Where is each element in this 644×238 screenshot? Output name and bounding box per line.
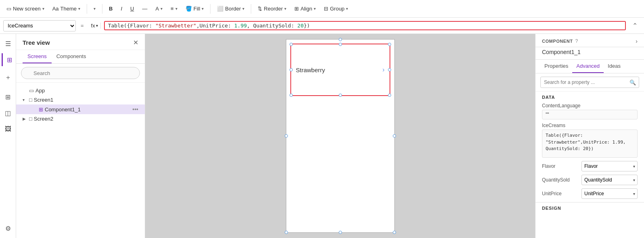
resize-handle-middle-left[interactable]	[290, 68, 293, 71]
main-area: ☰ ⊞ ＋ ⊞ ◫ 🖼 ⚙ Tree view ✕ Screens Compon…	[0, 34, 644, 238]
bold-icon: B	[109, 6, 113, 12]
font-icon: A	[155, 6, 159, 12]
resize-handle-bottom-right[interactable]	[393, 231, 396, 234]
tab-components[interactable]: Components	[52, 50, 91, 63]
screen-icon: □	[29, 97, 32, 103]
app-title-label: New screen	[13, 6, 41, 12]
media-button[interactable]: 🖼	[2, 123, 15, 136]
resize-handle-right[interactable]	[393, 134, 396, 138]
help-icon[interactable]: ?	[575, 38, 578, 44]
icecreams-label: IceCreams	[542, 123, 638, 128]
new-screen-button[interactable]: ▭ New screen ▾	[3, 4, 48, 13]
property-search-input[interactable]	[540, 77, 639, 88]
quantity-sold-select[interactable]: QuantitySold	[581, 175, 638, 185]
icecreams-value[interactable]: Table({Flavor: "Strawbetter",UnitPrice: …	[542, 129, 638, 158]
tab-advanced[interactable]: Advanced	[572, 60, 604, 73]
flavor-row: Flavor Flavor ▾	[536, 159, 644, 173]
flavor-label: Flavor	[542, 163, 578, 169]
fill-icon: 🪣	[185, 6, 192, 12]
component-box[interactable]: Strawberry ›	[290, 44, 390, 96]
fx-label: fx ▾	[89, 23, 101, 29]
resize-handle-top-left[interactable]	[290, 43, 293, 46]
fill-button[interactable]: 🪣 Fill ▾	[182, 4, 207, 13]
group-button[interactable]: ⊟ Group ▾	[321, 4, 351, 13]
quantity-sold-label: QuantitySold	[542, 177, 578, 183]
resize-handle-top[interactable]	[339, 38, 342, 41]
chevron-down-icon: ▾	[314, 6, 316, 11]
variables-button[interactable]: ◫	[2, 106, 15, 119]
add-button[interactable]: ＋	[2, 71, 15, 84]
content-language-field: ContentLanguage ""	[536, 101, 644, 121]
strikethrough-button[interactable]: —	[139, 4, 150, 13]
resize-handle-bottom-left[interactable]	[290, 94, 293, 97]
theme-button[interactable]: Aa Theme ▾	[49, 4, 83, 13]
border-button[interactable]: ⬜ Border ▾	[214, 4, 248, 13]
resize-handle-bottom-left[interactable]	[285, 231, 288, 234]
menu-button[interactable]: ☰	[2, 37, 15, 50]
strikethrough-icon: —	[142, 6, 147, 12]
resize-handle-left[interactable]	[285, 134, 288, 138]
equals-label: =	[79, 23, 85, 29]
tree-item-label: Screen1	[34, 97, 138, 103]
align-button[interactable]: ⊞ Align ▾	[291, 4, 319, 13]
resize-handle-top-center[interactable]	[339, 43, 342, 46]
group-label: Group	[330, 6, 344, 12]
list-item[interactable]: ▭ App	[16, 86, 145, 95]
theme-icon: Aa	[52, 6, 59, 12]
resize-handle-bottom[interactable]	[339, 231, 342, 234]
list-item[interactable]: ⊞ Component1_1 •••	[16, 104, 145, 114]
chevron-down-icon: ▾	[202, 6, 204, 11]
underline-button[interactable]: U	[127, 4, 137, 13]
screen-icon: ▭	[6, 6, 11, 12]
tab-properties[interactable]: Properties	[540, 60, 572, 73]
formula-expand-button[interactable]: ⌃	[629, 22, 641, 29]
resize-handle-bottom-right[interactable]	[388, 94, 391, 97]
group-icon: ⊟	[324, 6, 328, 12]
tab-ideas[interactable]: Ideas	[604, 60, 625, 73]
component-text: Strawberry	[296, 67, 383, 73]
bold-button[interactable]: B	[106, 4, 116, 13]
resize-handle-top-right[interactable]	[388, 43, 391, 46]
tree-close-button[interactable]: ✕	[133, 39, 138, 46]
property-search-area: 🔍	[536, 73, 644, 92]
chevron-down-icon: ▾	[42, 6, 44, 11]
italic-button[interactable]: I	[117, 4, 125, 13]
settings-button[interactable]: ⚙	[2, 222, 15, 235]
reorder-label: Reorder	[264, 6, 283, 12]
tree-search-area: 🔍	[16, 64, 145, 83]
tree-item-label: Screen2	[34, 116, 138, 122]
formula-item-select[interactable]: IceCreams	[3, 20, 76, 31]
list-item[interactable]: ▾ □ Screen1	[16, 95, 145, 104]
reorder-icon: ⇅	[258, 6, 262, 12]
tree-item-label: Component1_1	[45, 106, 131, 113]
data-icon-button[interactable]: ⊞	[2, 90, 15, 103]
collapse-panel-button[interactable]: ›	[636, 38, 638, 44]
quantity-sold-row: QuantitySold QuantitySold ▾	[536, 173, 644, 187]
unit-price-select[interactable]: UnitPrice	[581, 188, 638, 199]
layers-button[interactable]: ⊞	[2, 53, 15, 66]
content-language-value[interactable]: ""	[542, 110, 638, 119]
tree-tabs: Screens Components	[16, 50, 145, 64]
align-text-button[interactable]: ≡ ▾	[167, 4, 181, 13]
component-name: Component1_1	[536, 47, 644, 60]
tab-screens[interactable]: Screens	[23, 50, 52, 63]
align-label: Align	[300, 6, 312, 12]
icecreams-field: IceCreams Table({Flavor: "Strawbetter",U…	[536, 121, 644, 159]
tree-panel: Tree view ✕ Screens Components 🔍 ▭ App ▾…	[16, 34, 145, 238]
resize-handle-bottom-center[interactable]	[339, 94, 342, 97]
align-text-icon: ≡	[171, 6, 174, 12]
formula-input[interactable]: Table({Flavor: "Strawbetter",UnitPrice: …	[104, 21, 626, 30]
chevron-down-icon: ▾	[346, 6, 348, 11]
font-button[interactable]: A ▾	[152, 4, 166, 13]
list-item[interactable]: ▶ □ Screen2	[16, 114, 145, 123]
quantity-sold-select-wrapper: QuantitySold ▾	[581, 175, 638, 185]
design-section-title: DESIGN	[536, 202, 644, 212]
more-options-icon[interactable]: •••	[132, 106, 138, 113]
dropdown-button[interactable]: ▾	[90, 5, 99, 13]
resize-handle-middle-right[interactable]	[388, 68, 391, 71]
tree-header: Tree view ✕	[16, 34, 145, 50]
reorder-button[interactable]: ⇅ Reorder ▾	[254, 4, 290, 13]
tree-search-input[interactable]	[21, 67, 140, 79]
search-wrapper: 🔍	[21, 67, 140, 79]
flavor-select[interactable]: Flavor	[581, 161, 638, 171]
